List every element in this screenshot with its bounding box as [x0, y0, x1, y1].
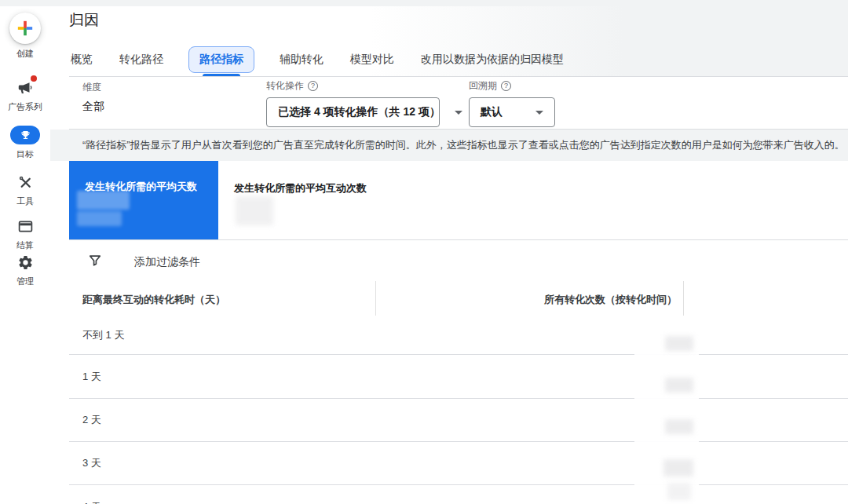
filter-funnel-icon[interactable]	[87, 253, 103, 268]
top-strip	[0, 0, 848, 6]
add-filter-button[interactable]: 添加过滤条件	[134, 255, 200, 269]
table-row[interactable]: 3 天	[50, 442, 848, 484]
tab-assisted-conversions[interactable]: 辅助转化	[278, 47, 325, 72]
help-icon[interactable]: ?	[501, 81, 511, 91]
table-row[interactable]: 2 天	[50, 399, 848, 441]
sidebar-item-create[interactable]: 创建	[0, 13, 50, 60]
row-label: 1 天	[82, 370, 101, 384]
table-row[interactable]: 1 天	[50, 355, 848, 398]
lookback-filter: 回溯期 ? 默认	[469, 79, 555, 127]
redacted-value	[77, 191, 130, 210]
left-nav: 创建 广告系列 目标	[0, 0, 50, 504]
sidebar-item-label: 目标	[16, 148, 34, 160]
sidebar-item-tools[interactable]: 工具	[0, 173, 50, 207]
column-header-all-conversions[interactable]: 所有转化次数（按转化时间）	[544, 293, 677, 307]
active-nav-pill	[10, 126, 40, 144]
redacted-value	[665, 378, 693, 393]
google-plus-icon	[16, 20, 34, 37]
dimension-value[interactable]: 全部	[82, 100, 104, 114]
page-header: 归因 概览 转化路径 路径指标 辅助转化 模型对比 改用以数据为依据的归因模型	[50, 0, 848, 76]
metric-card-avg-interactions[interactable]: 发生转化所需的平均互动次数	[234, 161, 407, 239]
column-header-time-lag[interactable]: 距离最终互动的转化耗时（天）	[82, 293, 225, 307]
dimension-filter: 维度 全部	[82, 81, 104, 114]
tab-path-metrics[interactable]: 路径指标	[188, 46, 254, 73]
create-button[interactable]	[9, 13, 41, 44]
chevron-down-icon	[455, 111, 462, 115]
conversion-action-selected-value: 已选择 4 项转化操作（共 12 项）	[278, 105, 440, 119]
redacted-value	[665, 419, 693, 434]
trophy-icon	[20, 130, 31, 141]
megaphone-icon	[16, 79, 34, 97]
metric-cards-row: 发生转化所需的平均天数 发生转化所需的平均互动次数	[50, 161, 848, 239]
gear-icon	[17, 254, 34, 271]
dimension-label: 维度	[82, 81, 101, 94]
sidebar-item-campaigns[interactable]: 广告系列	[0, 79, 50, 113]
lookback-label: 回溯期	[469, 79, 497, 93]
billing-card-icon	[17, 218, 34, 235]
sidebar-item-billing[interactable]: 结算	[0, 217, 50, 251]
redacted-value	[665, 336, 693, 351]
row-label: 2 天	[82, 413, 101, 427]
table-header-row: 距离最终互动的转化耗时（天） 所有转化次数（按转化时间）	[50, 281, 848, 316]
sidebar-item-label: 广告系列	[8, 101, 42, 113]
lookback-select[interactable]: 默认	[469, 97, 555, 127]
row-label: 3 天	[82, 456, 101, 470]
main-content: 归因 概览 转化路径 路径指标 辅助转化 模型对比 改用以数据为依据的归因模型 …	[50, 0, 848, 504]
google-ads-attribution-page: 创建 广告系列 目标	[0, 0, 848, 504]
redacted-value	[667, 483, 691, 500]
tab-overview[interactable]: 概览	[69, 47, 94, 72]
sidebar-item-goals[interactable]: 目标	[0, 126, 50, 160]
tab-data-driven-attribution[interactable]: 改用以数据为依据的归因模型	[419, 47, 565, 72]
table-row[interactable]: 4 天	[50, 485, 848, 504]
row-label: 4 天	[82, 500, 101, 504]
tab-bar: 概览 转化路径 路径指标 辅助转化 模型对比 改用以数据为依据的归因模型	[69, 43, 565, 76]
sidebar-item-label: 工具	[16, 195, 34, 207]
conversion-action-select[interactable]: 已选择 4 项转化操作（共 12 项）	[266, 97, 440, 127]
conversion-action-filter: 转化操作 ? 已选择 4 项转化操作（共 12 项）	[266, 79, 440, 127]
tab-model-comparison[interactable]: 模型对比	[349, 47, 396, 72]
report-description-text: “路径指标”报告显示了用户从首次看到您的广告直至完成转化所需的时间。此外，这些指…	[82, 138, 845, 152]
table-filter-bar: 添加过滤条件	[50, 240, 848, 281]
sidebar-item-label: 管理	[16, 276, 34, 287]
help-icon[interactable]: ?	[308, 81, 318, 91]
tab-conversion-paths[interactable]: 转化路径	[118, 47, 165, 72]
row-label: 不到 1 天	[82, 328, 124, 342]
tools-icon	[17, 174, 34, 191]
metric-card-title: 发生转化所需的平均互动次数	[234, 181, 367, 195]
page-title: 归因	[69, 10, 99, 31]
conversion-action-label: 转化操作	[266, 79, 304, 93]
redacted-values-overlay	[634, 317, 699, 504]
notification-dot	[31, 75, 37, 82]
table-row[interactable]: 不到 1 天	[50, 316, 848, 354]
report-filter-panel: 维度 全部 转化操作 ? 已选择 4 项转化操作（共 12 项） 回溯期 ?	[50, 77, 848, 129]
redacted-value	[77, 211, 122, 226]
redacted-value	[663, 459, 693, 477]
report-description-banner: “路径指标”报告显示了用户从首次看到您的广告直至完成转化所需的时间。此外，这些指…	[50, 130, 848, 161]
lookback-selected-value: 默认	[481, 105, 503, 119]
sidebar-item-label: 结算	[16, 239, 34, 251]
sidebar-item-label: 创建	[16, 48, 34, 60]
redacted-value	[236, 196, 273, 225]
metric-card-avg-days[interactable]: 发生转化所需的平均天数	[69, 161, 218, 239]
sidebar-item-admin[interactable]: 管理	[0, 253, 50, 287]
chevron-down-icon	[535, 111, 543, 115]
